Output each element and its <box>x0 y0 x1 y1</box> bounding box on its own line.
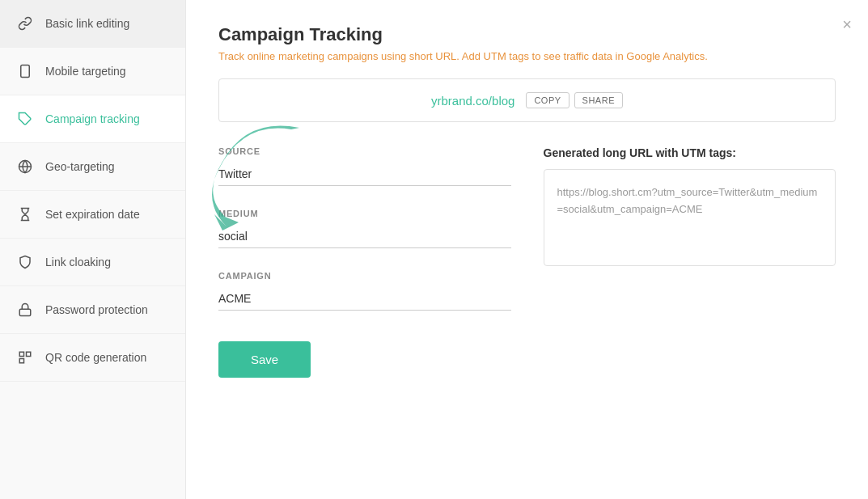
sidebar-item-label: Password protection <box>45 303 148 316</box>
mobile-icon <box>16 62 34 80</box>
sidebar-item-label: Basic link editing <box>45 17 129 30</box>
page-title: Campaign Tracking <box>218 24 836 45</box>
page-subtitle: Track online marketing campaigns using s… <box>218 50 836 62</box>
svg-rect-8 <box>19 359 23 363</box>
tag-icon <box>16 110 34 128</box>
medium-label: MEDIUM <box>218 209 511 218</box>
source-field-group: SOURCE <box>218 146 511 186</box>
source-input[interactable] <box>218 163 511 186</box>
globe-icon <box>16 158 34 175</box>
main-content: × Campaign Tracking Track online marketi… <box>186 0 868 499</box>
campaign-input[interactable] <box>218 287 511 311</box>
campaign-field-group: CAMPAIGN <box>218 271 511 311</box>
sidebar-item-label: Set expiration date <box>45 208 140 221</box>
form-right: Generated long URL with UTM tags: https:… <box>544 146 836 378</box>
sidebar-item-set-expiration-date[interactable]: Set expiration date <box>0 191 185 239</box>
campaign-label: CAMPAIGN <box>218 271 511 281</box>
url-bar: yrbrand.co/blog COPY SHARE <box>218 78 836 122</box>
sidebar-item-qr-code-generation[interactable]: QR code generation <box>0 334 185 382</box>
url-actions: COPY SHARE <box>526 92 623 108</box>
source-label: SOURCE <box>218 146 511 156</box>
sidebar-item-label: Campaign tracking <box>45 112 140 125</box>
save-button[interactable]: Save <box>218 341 311 378</box>
form-layout: SOURCE MEDIUM CAMPAIGN Save Generated lo… <box>218 146 836 378</box>
medium-field-group: MEDIUM <box>218 209 511 248</box>
sidebar-item-password-protection[interactable]: Password protection <box>0 286 185 334</box>
generated-label: Generated long URL with UTM tags: <box>544 146 836 159</box>
sidebar-item-label: QR code generation <box>45 351 146 364</box>
sidebar-item-link-cloaking[interactable]: Link cloaking <box>0 239 185 286</box>
sidebar-item-mobile-targeting[interactable]: Mobile targeting <box>0 48 185 95</box>
generated-url-box: https://blog.short.cm?utm_source=Twitter… <box>544 169 836 266</box>
lock-icon <box>16 301 34 319</box>
sidebar-item-basic-link-editing[interactable]: Basic link editing <box>0 0 185 48</box>
generated-url-text: https://blog.short.cm?utm_source=Twitter… <box>557 186 818 215</box>
svg-rect-7 <box>27 352 31 356</box>
sidebar-item-geo-targeting[interactable]: Geo-targeting <box>0 143 185 191</box>
medium-input[interactable] <box>218 225 511 248</box>
close-button[interactable]: × <box>842 16 852 32</box>
svg-rect-5 <box>19 309 31 315</box>
svg-rect-6 <box>19 352 23 356</box>
copy-button[interactable]: COPY <box>526 92 569 108</box>
share-button[interactable]: SHARE <box>574 92 623 108</box>
shield-icon <box>16 253 34 271</box>
sidebar-item-label: Mobile targeting <box>45 65 126 78</box>
sidebar-item-label: Link cloaking <box>45 256 111 269</box>
hourglass-icon <box>16 205 34 223</box>
link-icon <box>16 15 34 32</box>
sidebar-item-label: Geo-targeting <box>45 160 115 173</box>
form-left: SOURCE MEDIUM CAMPAIGN Save <box>218 146 511 378</box>
sidebar-item-campaign-tracking[interactable]: Campaign tracking <box>0 95 185 143</box>
sidebar: Basic link editing Mobile targeting Camp… <box>0 0 186 499</box>
qr-icon <box>16 349 34 366</box>
url-display: yrbrand.co/blog <box>431 94 514 108</box>
